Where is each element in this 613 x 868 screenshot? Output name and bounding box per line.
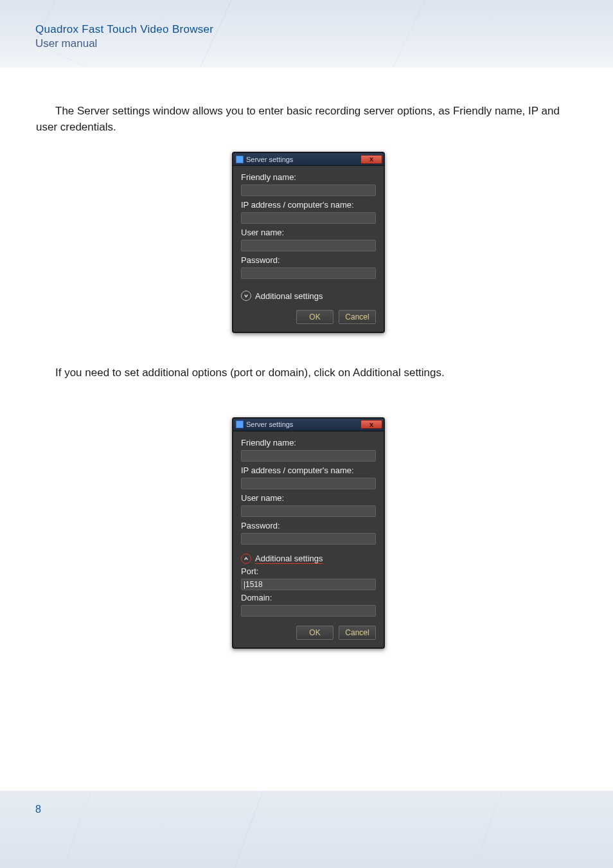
- additional-settings-toggle[interactable]: Additional settings: [241, 291, 376, 301]
- chevron-up-icon: [241, 554, 251, 564]
- ip-label: IP address / computer's name:: [241, 200, 376, 210]
- username-label: User name:: [241, 228, 376, 237]
- app-icon: [236, 156, 244, 163]
- server-settings-dialog: Server settings x Friendly name: IP addr…: [232, 152, 385, 333]
- dialog-title: Server settings: [246, 420, 360, 428]
- dialog-title: Server settings: [246, 156, 360, 163]
- cancel-button[interactable]: Cancel: [339, 310, 376, 324]
- ok-button[interactable]: OK: [296, 626, 333, 640]
- chevron-down-icon: [241, 291, 251, 301]
- ip-input[interactable]: [241, 212, 376, 224]
- password-input[interactable]: [241, 533, 376, 545]
- close-icon: x: [369, 156, 373, 163]
- app-icon: [236, 420, 244, 428]
- page-header-band: Quadrox Fast Touch Video Browser User ma…: [0, 0, 613, 68]
- domain-label: Domain:: [241, 593, 376, 602]
- intro-paragraph: The Server settings window allows you to…: [36, 104, 581, 135]
- username-label: User name:: [241, 493, 376, 503]
- additional-settings-label: Additional settings: [255, 554, 323, 563]
- friendly-name-label: Friendly name:: [241, 172, 376, 182]
- doc-subtitle: User manual: [35, 37, 213, 50]
- password-input[interactable]: [241, 267, 376, 279]
- additional-settings-toggle[interactable]: Additional settings: [241, 554, 376, 564]
- close-button[interactable]: x: [360, 155, 382, 164]
- friendly-name-input[interactable]: [241, 185, 376, 196]
- additional-paragraph: If you need to set additional options (p…: [36, 365, 581, 381]
- page-footer-band: 8: [0, 791, 613, 868]
- friendly-name-input[interactable]: [241, 450, 376, 462]
- cancel-button[interactable]: Cancel: [339, 626, 376, 640]
- password-label: Password:: [241, 255, 376, 265]
- port-input[interactable]: 1518: [241, 579, 376, 590]
- additional-settings-label: Additional settings: [255, 291, 323, 301]
- username-input[interactable]: [241, 240, 376, 251]
- dialog-titlebar[interactable]: Server settings x: [233, 419, 384, 431]
- port-value: 1518: [245, 580, 263, 589]
- username-input[interactable]: [241, 505, 376, 517]
- ok-button[interactable]: OK: [296, 310, 333, 324]
- domain-input[interactable]: [241, 605, 376, 617]
- friendly-name-label: Friendly name:: [241, 438, 376, 448]
- doc-title: Quadrox Fast Touch Video Browser: [35, 23, 213, 36]
- dialog-titlebar[interactable]: Server settings x: [233, 153, 384, 166]
- password-label: Password:: [241, 521, 376, 530]
- close-icon: x: [369, 421, 373, 428]
- page-number: 8: [35, 804, 41, 815]
- ip-label: IP address / computer's name:: [241, 466, 376, 475]
- close-button[interactable]: x: [360, 420, 382, 429]
- server-settings-dialog-expanded: Server settings x Friendly name: IP addr…: [232, 417, 385, 649]
- ip-input[interactable]: [241, 478, 376, 489]
- port-label: Port:: [241, 566, 376, 576]
